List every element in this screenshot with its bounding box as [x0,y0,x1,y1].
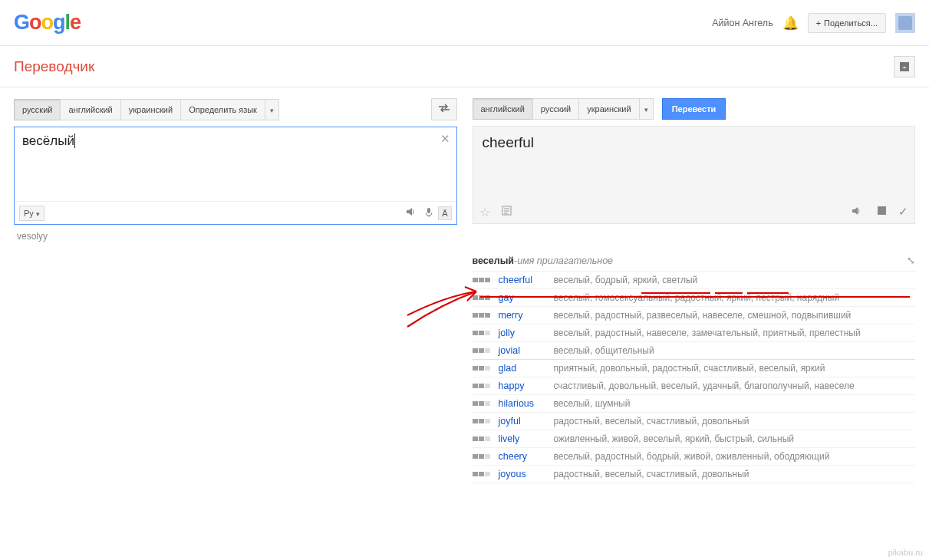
source-lang-ukrainian[interactable]: украинский [120,99,181,120]
dict-row[interactable]: gladприятный, довольный, радостный, счас… [473,360,916,377]
output-footer: ☆ ✓ [473,200,915,223]
clear-input-button[interactable]: ✕ [440,132,450,146]
source-input-footer: Ру Ä [15,201,456,224]
frequency-indicator [473,472,491,476]
dict-term[interactable]: hilarious [499,398,546,409]
avatar[interactable] [895,13,915,33]
dict-term[interactable]: jolly [499,328,546,338]
frequency-indicator [473,401,491,406]
target-lang-russian[interactable]: русский [532,98,579,120]
svg-rect-2 [427,208,430,213]
target-lang-english[interactable]: английский [473,98,533,120]
dict-synonyms: веселый, радостный, развеселый, навеселе… [554,310,852,321]
notifications-icon[interactable]: 🔔 [782,15,799,31]
frequency-indicator [473,366,491,371]
dict-row[interactable]: cheerfulвеселый, бодрый, яркий, светлый [473,272,916,289]
dict-row[interactable]: jollyвеселый, радостный, навеселе, замеч… [473,324,916,342]
source-lang-russian[interactable]: русский [14,99,61,120]
frequency-indicator [473,313,491,318]
dict-row[interactable]: jovialвеселый, общительный [473,342,916,360]
dict-synonyms: веселый, шумный [554,398,631,409]
phrasebook-button[interactable] [894,56,915,77]
frequency-indicator [473,331,491,335]
listen-source-icon[interactable] [405,206,416,219]
dict-row[interactable]: livelyоживленный, живой, веселый, яркий,… [473,430,916,448]
dict-row[interactable]: merryвеселый, радостный, развеселый, нав… [473,307,916,324]
dict-term[interactable]: jovial [499,345,546,356]
save-translation-icon[interactable]: ☆ [479,205,490,219]
dict-synonyms: веселый, радостный, бодрый, живой, оживл… [554,451,830,462]
frequency-indicator [473,454,491,459]
select-all-icon[interactable] [502,206,512,218]
dict-row[interactable]: happyсчастливый, довольный, веселый, уда… [473,377,916,395]
dict-headword: веселый [473,255,515,266]
dict-term[interactable]: gay [499,292,546,303]
plus-icon: + [816,18,821,28]
dict-row[interactable]: joyfulрадостный, веселый, счастливый, до… [473,413,916,430]
target-lang-ukrainian[interactable]: украинский [578,98,639,120]
dict-synonyms: веселый, общительный [554,345,654,356]
dict-row[interactable]: joyousрадостный, веселый, счастливый, до… [473,466,916,483]
swap-languages-button[interactable] [431,98,457,120]
user-name[interactable]: Аййон Ангель [712,18,773,28]
frequency-indicator [473,295,491,300]
dict-synonyms: веселый, радостный, навеселе, замечатель… [554,328,861,338]
input-method-button[interactable]: Ру [19,206,44,221]
input-method-label: Ру [24,209,34,218]
dict-synonyms: приятный, довольный, радостный, счастлив… [554,363,825,374]
frequency-indicator [473,278,491,282]
frequency-indicator [473,436,491,441]
translate-button[interactable]: Перевести [662,98,726,120]
frequency-indicator [473,348,491,353]
dict-term[interactable]: merry [499,310,546,321]
dict-term[interactable]: joyful [499,416,546,427]
mic-icon[interactable] [423,206,434,219]
target-lang-more[interactable] [639,98,654,120]
chevron-down-icon [270,105,274,114]
source-lang-row: русский английский украинский Определить… [14,98,457,120]
dict-term[interactable]: cheery [499,451,546,462]
google-bar: Google Аййон Ангель 🔔 + Поделиться... [0,0,929,46]
share-label: Поделиться... [824,18,878,28]
main-area: русский английский украинский Определить… [0,87,929,483]
wrong-translation-icon[interactable]: ✓ [898,205,908,219]
dict-synonyms: счастливый, довольный, веселый, удачный,… [554,380,855,391]
listen-target-icon[interactable] [851,206,861,219]
expand-dictionary-icon[interactable]: ⤡ [907,255,915,266]
dict-synonyms: оживленный, живой, веселый, яркий, быстр… [554,433,795,444]
source-input-box[interactable]: весёлый ✕ Ру Ä [14,127,457,225]
app-title: Переводчик [14,58,94,75]
dict-synonyms: веселый, гомосексуальный, радостный, ярк… [554,292,840,303]
source-lang-detect[interactable]: Определить язык [180,99,265,120]
dictionary-header: веселый - имя прилагательное ⤡ [473,253,916,272]
dict-pos: имя прилагательное [517,255,613,266]
output-text: cheerful [473,127,915,159]
frequency-indicator [473,384,491,388]
source-lang-english[interactable]: английский [60,99,120,120]
share-button[interactable]: + Поделиться... [808,13,886,33]
dict-term[interactable]: happy [499,380,546,391]
swap-icon [438,104,450,113]
phrasebook-small-icon[interactable] [877,206,887,218]
source-column: русский английский украинский Определить… [14,98,457,483]
dict-row[interactable]: gayвеселый, гомосексуальный, радостный, … [473,289,916,307]
output-box: cheerful ☆ ✓ [473,126,916,224]
google-logo[interactable]: Google [14,11,81,35]
target-column: английский русский украинский Перевести … [473,98,916,483]
source-text[interactable]: весёлый [15,127,456,155]
dict-synonyms: радостный, веселый, счастливый, довольны… [554,469,749,479]
app-toolbar: Переводчик [0,46,929,87]
virtual-keyboard-button[interactable]: Ä [438,206,451,220]
phrasebook-icon [899,61,910,72]
dict-term[interactable]: joyous [499,469,546,479]
frequency-indicator [473,419,491,423]
dict-term[interactable]: glad [499,363,546,374]
chevron-down-icon [644,104,648,114]
dict-term[interactable]: cheerful [499,275,546,285]
svg-rect-7 [878,206,886,215]
dict-term[interactable]: lively [499,433,546,444]
source-lang-more[interactable] [265,99,279,120]
dict-synonyms: веселый, бодрый, яркий, светлый [554,275,698,285]
dict-row[interactable]: hilariousвеселый, шумный [473,395,916,413]
dict-row[interactable]: cheeryвеселый, радостный, бодрый, живой,… [473,448,916,466]
